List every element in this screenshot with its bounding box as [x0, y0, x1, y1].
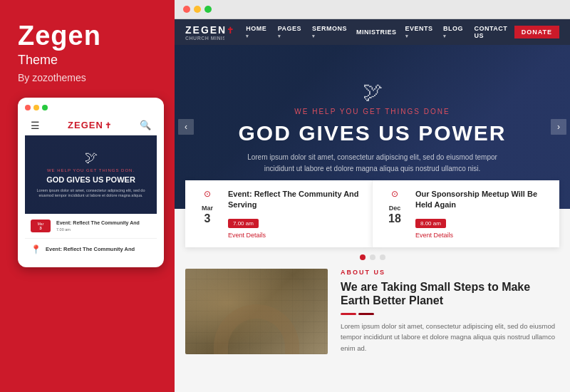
mobile-bottom-card: 📍 Event: Reflect The Community And [25, 239, 157, 260]
nav-events[interactable]: EVENTS ▾ [405, 25, 435, 39]
location-icon: 📍 [31, 244, 41, 254]
event-month-2: Dec [389, 205, 401, 212]
about-desc: Lorem ipsum dolor sit amet, consectetur … [341, 321, 559, 354]
about-underline [341, 313, 559, 315]
carousel-dot-2[interactable] [370, 254, 375, 260]
mobile-event-card: Mar 3 Event: Reflect The Community And 7… [25, 214, 157, 239]
mobile-event-time: 7.00 am [56, 227, 151, 232]
event-title-1: Event: Reflect The Community And Serving [228, 189, 363, 211]
calendar-icon-1: ⊙ [194, 189, 221, 199]
event-time-2: 8.00 am [415, 219, 446, 228]
bottom-section: ABOUT US We are Taking Small Steps to Ma… [175, 269, 570, 354]
browser-dot-red [183, 6, 190, 13]
browser-dot-yellow [194, 6, 201, 13]
event-details-link-2[interactable]: Event Details [415, 232, 551, 239]
mobile-cross-icon: ✝ [105, 121, 112, 130]
mobile-nav: ☰ ZEGEN✝ 🔍 [25, 116, 157, 135]
dove-icon: 🕊 [85, 150, 98, 165]
hero-tagline: WE HELP YOU GET THINGS DONE [237, 108, 508, 115]
nav-ministries[interactable]: MINISTRIES [356, 29, 397, 36]
underline-bar-1 [341, 313, 356, 315]
calendar-icon-2: ⊙ [381, 189, 408, 199]
about-image [185, 269, 328, 354]
dot-green [42, 105, 48, 110]
nav-sermons[interactable]: SERMONS ▾ [312, 25, 348, 39]
hero-desc: Lorem ipsum dolor sit amet, consectetur … [237, 152, 508, 175]
event-info-1: Event: Reflect The Community And Serving… [228, 189, 363, 239]
event-day-1: 3 [194, 213, 221, 225]
carousel-dot-1[interactable] [360, 254, 366, 260]
event-month-1: Mar [202, 205, 213, 212]
event-info-2: Our Sponsorship Meetup Will Be Held Agai… [415, 189, 551, 239]
nav-blog[interactable]: BLOG ▾ [443, 25, 466, 39]
site-cross-icon: ✝ [227, 26, 235, 36]
event-details-link-1[interactable]: Event Details [228, 232, 363, 239]
mobile-event-info: Event: Reflect The Community And 7.00 am [56, 220, 151, 232]
donate-button[interactable]: DONATE [514, 26, 559, 38]
hero-dove-icon: 🕊 [237, 80, 508, 103]
mobile-hero: 🕊 WE HELP YOU GET THINGS DON. GOD GIVES … [25, 135, 157, 214]
dot-yellow [33, 105, 39, 110]
about-title: We are Taking Small Steps to Make Earth … [341, 280, 559, 307]
nav-home[interactable]: HOME ▾ [246, 25, 269, 39]
hero-content: 🕊 WE HELP YOU GET THINGS DONE GOD GIVES … [195, 80, 551, 175]
mobile-hero-desc: Lorem ipsum dolor sit amet, consectetur … [32, 188, 150, 199]
event-card-2: ⊙ Dec 18 Our Sponsorship Meetup Will Be … [372, 180, 559, 247]
mobile-window-dots [25, 105, 157, 110]
about-text: ABOUT US We are Taking Small Steps to Ma… [328, 269, 559, 354]
event-date-1: ⊙ Mar 3 [194, 189, 221, 225]
nav-contact[interactable]: CONTACT US [474, 25, 514, 39]
underline-bar-2 [358, 313, 374, 315]
about-label: ABOUT US [341, 269, 559, 276]
carousel-prev-button[interactable]: ‹ [178, 119, 194, 135]
dot-red [25, 105, 31, 110]
event-day-2: 18 [381, 213, 408, 225]
site-logo: ZEGEN✝ CHURCH MINISTRIES THEME [185, 24, 235, 41]
event-card-1: ⊙ Mar 3 Event: Reflect The Community And… [185, 180, 372, 247]
nav-pages[interactable]: PAGES ▾ [278, 25, 304, 39]
site-nav: ZEGEN✝ CHURCH MINISTRIES THEME HOME ▾ PA… [175, 19, 570, 45]
main-content: ZEGEN✝ CHURCH MINISTRIES THEME HOME ▾ PA… [175, 0, 570, 392]
hamburger-icon[interactable]: ☰ [31, 120, 40, 131]
mobile-event-date: Mar 3 [31, 220, 51, 232]
mobile-logo: ZEGEN✝ [68, 120, 112, 130]
carousel-dots [175, 247, 570, 264]
event-title-2: Our Sponsorship Meetup Will Be Held Agai… [415, 189, 551, 211]
mobile-hero-tagline: WE HELP YOU GET THINGS DON. [47, 168, 135, 172]
browser-dot-green [204, 6, 212, 13]
carousel-next-button[interactable]: › [551, 119, 566, 135]
mobile-mockup: ☰ ZEGEN✝ 🔍 🕊 WE HELP YOU GET THINGS DON.… [18, 98, 164, 267]
brand-by: By zozothemes [18, 72, 157, 83]
event-date-2: ⊙ Dec 18 [381, 189, 408, 225]
search-icon[interactable]: 🔍 [140, 120, 151, 130]
carousel-dot-3[interactable] [380, 254, 385, 260]
mobile-event-title: Event: Reflect The Community And [56, 220, 151, 226]
nav-items: HOME ▾ PAGES ▾ SERMONS ▾ MINISTRIES EVEN… [246, 25, 514, 39]
sidebar: Zegen Theme By zozothemes ☰ ZEGEN✝ 🔍 🕊 W… [0, 0, 175, 392]
mobile-bottom-label: Event: Reflect The Community And [46, 246, 135, 252]
hero-title: GOD GIVES US POWER [237, 121, 508, 145]
event-time-1: 7.00 am [228, 219, 259, 228]
mobile-hero-title: GOD GIVES US POWER [46, 175, 135, 185]
events-row: ⊙ Mar 3 Event: Reflect The Community And… [175, 180, 570, 247]
browser-chrome [175, 0, 570, 19]
brand-subtitle: Theme [18, 53, 157, 68]
brand-title: Zegen [18, 21, 157, 51]
